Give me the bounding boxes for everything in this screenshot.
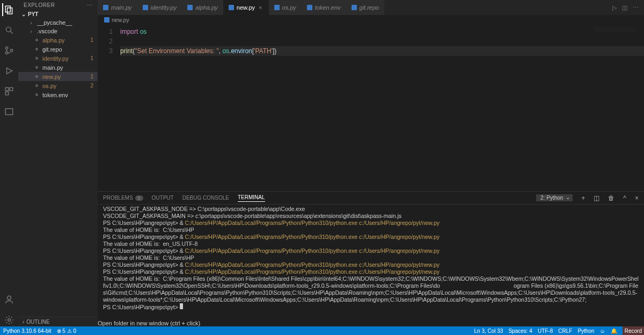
python-file-icon [307,5,312,10]
svg-rect-0 [5,6,10,12]
svg-point-6 [10,49,13,52]
source-control-icon[interactable] [3,44,16,57]
tab-bar: main.pyidentity.pyalpha.pynew.py×os.pyto… [98,0,644,15]
python-file-icon [103,5,108,10]
svg-rect-8 [10,88,13,91]
status-language[interactable]: Python [577,328,594,334]
account-icon[interactable] [3,293,16,306]
folder-item[interactable]: ›.vscode [18,27,98,35]
folder-item[interactable]: ›__pycache__ [18,18,98,27]
status-indent[interactable]: Spaces: 4 [508,328,532,334]
tab-main-py[interactable]: main.py [98,0,137,15]
split-terminal-icon[interactable]: ◫ [594,194,599,202]
tab-more-icon[interactable]: ⋯ [633,4,639,11]
activity-bar [0,0,18,326]
run-icon[interactable]: ▷ [612,4,617,11]
svg-rect-7 [5,88,9,91]
python-file-icon [274,5,280,10]
line-gutter: 123 [98,25,119,191]
tab-terminal[interactable]: TERMINAL [238,194,265,202]
status-bar: Python 3.10.6 64-bit ⊗ 5 ⚠ 0 Ln 3, Col 3… [0,326,644,335]
tab-git-repo[interactable]: git.repo [346,0,385,15]
project-root[interactable]: ⌄PYT [18,10,98,18]
svg-line-3 [10,31,13,34]
svg-point-2 [6,27,11,32]
file-item[interactable]: ⋄git.repo [18,45,98,54]
file-item[interactable]: ⋄main.py [18,63,98,72]
status-record[interactable]: Record [623,326,644,335]
more-icon[interactable]: ⋯ [87,2,93,8]
file-item[interactable]: ⋄identity.py1 [18,54,98,63]
status-python[interactable]: Python 3.10.6 64-bit [3,328,52,334]
close-panel-icon[interactable]: × [635,194,639,202]
search-icon[interactable] [3,24,16,37]
terminal-output[interactable]: VSCODE_GIT_ASKPASS_NODE => C:\portapps\v… [98,205,644,320]
tab-new-py[interactable]: new.py× [223,0,269,15]
python-file-icon [104,17,109,23]
terminal-selector[interactable]: 2: Python [536,194,573,201]
tab-token-env[interactable]: token.env [302,0,346,15]
python-file-icon [187,5,193,10]
code-editor[interactable]: 123 import os print("Set Environment Var… [98,25,644,191]
close-tab-icon[interactable]: × [258,4,263,11]
hover-tooltip: Open folder in new window (ctrl + click) [98,320,644,326]
settings-icon[interactable] [3,314,16,326]
explorer-icon[interactable] [2,3,15,16]
sidebar: EXPLORER ⋯ ⌄PYT ›__pycache__›.vscode⋄alp… [18,0,98,326]
tab-problems[interactable]: PROBLEMS5 [103,195,143,201]
tab-os-py[interactable]: os.py [269,0,302,15]
status-feedback-icon[interactable]: ☺ [600,328,605,334]
outline-section[interactable]: ›OUTLINE [18,317,98,326]
svg-rect-10 [5,108,13,114]
tab-identity-py[interactable]: identity.py [137,0,182,15]
editor-area: main.pyidentity.pyalpha.pynew.py×os.pyto… [98,0,644,326]
status-problems[interactable]: ⊗ 5 ⚠ 0 [57,328,76,334]
minimap[interactable] [595,27,635,32]
python-file-icon [229,5,234,10]
breadcrumb[interactable]: new.py [98,15,644,25]
status-encoding[interactable]: UTF-8 [538,328,553,334]
svg-rect-1 [8,8,12,14]
explorer-title: EXPLORER [24,2,55,8]
file-item[interactable]: ⋄os.py2 [18,81,98,90]
svg-point-12 [8,319,11,322]
tab-alpha-py[interactable]: alpha.py [182,0,223,15]
run-debug-icon[interactable] [3,64,16,77]
new-terminal-icon[interactable]: + [581,194,585,202]
python-file-icon [143,5,148,10]
file-item[interactable]: ⋄new.py1 [18,72,98,81]
maximize-panel-icon[interactable]: ^ [623,194,626,202]
svg-point-11 [8,296,11,300]
status-bell-icon[interactable]: 🔔 [611,328,617,334]
file-item[interactable]: ⋄alpha.py1 [18,35,98,45]
file-tree: ⌄PYT ›__pycache__›.vscode⋄alpha.py1⋄git.… [18,10,98,317]
svg-point-5 [5,52,8,54]
status-eol[interactable]: CRLF [558,328,572,334]
extensions-icon[interactable] [3,85,16,98]
tab-debug-console[interactable]: DEBUG CONSOLE [182,195,229,201]
svg-point-4 [5,47,8,49]
status-cursor[interactable]: Ln 3, Col 33 [474,328,503,334]
tab-output[interactable]: OUTPUT [152,195,174,201]
file-item[interactable]: ⋄token.env [18,90,98,99]
bottom-panel: PROBLEMS5 OUTPUT DEBUG CONSOLE TERMINAL … [98,191,644,326]
split-icon[interactable]: ◫ [622,4,627,11]
kill-terminal-icon[interactable]: 🗑 [608,194,614,202]
project-icon[interactable] [3,105,16,118]
svg-rect-9 [5,92,9,95]
python-file-icon [352,5,357,10]
